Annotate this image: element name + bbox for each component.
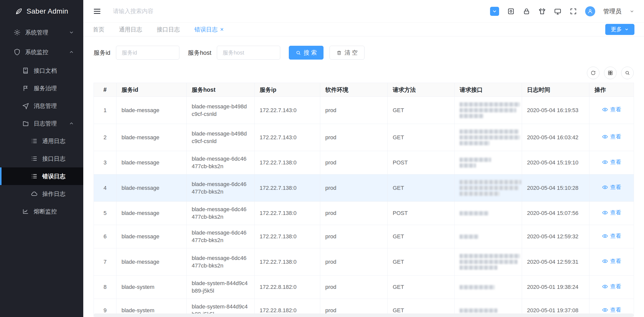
table-cell: 3 <box>94 151 116 174</box>
table-row[interactable]: 4blade-messageblade-message-6dc46477cb-b… <box>94 174 634 202</box>
table-row[interactable]: 6blade-messageblade-message-6dc46477cb-b… <box>94 225 634 248</box>
sidebar-item-3[interactable]: 接口文档 <box>0 62 83 79</box>
refresh-button[interactable] <box>587 67 599 79</box>
sidebar-item-2[interactable]: 系统监控 <box>0 42 83 62</box>
sidebar-item-11[interactable]: 熔断监控 <box>0 203 83 220</box>
table-cell: prod <box>320 248 388 276</box>
view-link[interactable]: 查看 <box>602 106 621 113</box>
view-link-label: 查看 <box>610 106 621 113</box>
app-logo[interactable]: Saber Admin <box>0 0 83 23</box>
list-icon <box>31 173 38 180</box>
clear-button-label: 清 空 <box>344 49 357 57</box>
sidebar: Saber Admin 系统管理系统监控接口文档服务治理消息管理日志管理通用日志… <box>0 0 83 317</box>
table-cell: blade-message-6dc46477cb-bks2n <box>187 202 255 225</box>
column-header: 操作 <box>589 83 634 97</box>
tab-4[interactable]: 错误日志× <box>194 26 224 33</box>
column-header: 请求方法 <box>388 83 455 97</box>
column-header: 服务host <box>187 83 255 97</box>
tab-3[interactable]: 接口日志 <box>157 26 180 33</box>
table-cell: 4 <box>94 174 116 202</box>
table-cell: 2020-05-04 12:59:32 <box>522 225 589 248</box>
app-title: Saber Admin <box>27 7 68 15</box>
avatar[interactable] <box>585 6 595 16</box>
tab-1[interactable]: 首页 <box>93 26 104 33</box>
table-cell: blade-message <box>116 202 187 225</box>
topbar-actions: 管理员 <box>490 6 634 16</box>
table-cell: 172.22.7.138:0 <box>255 174 320 202</box>
sidebar-item-label: 操作日志 <box>42 190 65 198</box>
tab-label: 错误日志 <box>194 26 218 33</box>
table-row[interactable]: 2blade-messageblade-message-b498dc9cf-cs… <box>94 124 634 151</box>
table-cell: blade-message-6dc46477cb-bks2n <box>187 151 255 174</box>
sidebar-item-5[interactable]: 消息管理 <box>0 97 83 115</box>
view-link[interactable]: 查看 <box>602 257 621 265</box>
redacted-content <box>460 192 500 196</box>
lock-icon[interactable] <box>523 8 530 15</box>
table-row[interactable]: 1blade-messageblade-message-b498dc9cf-cs… <box>94 97 634 124</box>
dropdown-badge-icon[interactable] <box>490 7 499 16</box>
sidebar-item-8[interactable]: 接口日志 <box>0 150 83 167</box>
search-toggle-button[interactable] <box>621 67 634 79</box>
view-link[interactable]: 查看 <box>602 158 621 166</box>
view-link[interactable]: 查看 <box>602 283 621 290</box>
table-cell: GET <box>388 276 455 299</box>
monitor-icon[interactable] <box>554 8 561 15</box>
service-host-input[interactable] <box>217 46 280 60</box>
service-id-input[interactable] <box>116 46 179 60</box>
more-button[interactable]: 更多 <box>605 24 634 35</box>
topbar: 管理员 <box>83 0 644 23</box>
sidebar-item-1[interactable]: 系统管理 <box>0 23 83 42</box>
view-link[interactable]: 查看 <box>602 306 621 314</box>
table-cell: 172.22.7.138:0 <box>255 248 320 276</box>
sidebar-item-9[interactable]: 错误日志 <box>0 167 83 185</box>
sidebar-item-7[interactable]: 通用日志 <box>0 132 83 150</box>
view-link[interactable]: 查看 <box>602 184 621 191</box>
sidebar-item-6[interactable]: 日志管理 <box>0 115 83 132</box>
fullscreen-icon[interactable] <box>570 8 577 15</box>
table-cell: 2 <box>94 124 116 151</box>
table-row[interactable]: 8blade-systemblade-system-844d9c4b89-j5k… <box>94 276 634 299</box>
refresh-icon <box>590 70 596 76</box>
sidebar-menu: 系统管理系统监控接口文档服务治理消息管理日志管理通用日志接口日志错误日志操作日志… <box>0 23 83 220</box>
redacted-content <box>460 114 484 118</box>
redacted-content <box>460 260 517 264</box>
sidebar-item-label: 接口日志 <box>42 155 65 163</box>
table-toolbar <box>94 67 634 79</box>
search-button[interactable]: 搜 索 <box>289 46 324 60</box>
search-input[interactable] <box>113 8 224 15</box>
table-row[interactable]: 5blade-messageblade-message-6dc46477cb-b… <box>94 202 634 225</box>
view-link[interactable]: 查看 <box>602 232 621 240</box>
sidebar-item-4[interactable]: 服务治理 <box>0 79 83 97</box>
redacted-content <box>460 235 478 239</box>
view-link-label: 查看 <box>610 257 621 265</box>
tab-close-icon[interactable]: × <box>220 26 224 32</box>
search-button-label: 搜 索 <box>304 49 317 57</box>
horizontal-scrollbar[interactable] <box>94 313 634 317</box>
view-link[interactable]: 查看 <box>602 133 621 141</box>
redacted-content <box>460 141 490 145</box>
actions-cell: 查看 <box>589 225 634 248</box>
sidebar-item-label: 熔断监控 <box>34 208 57 215</box>
sidebar-item-10[interactable]: 操作日志 <box>0 185 83 203</box>
tab-2[interactable]: 通用日志 <box>119 26 142 33</box>
screenshot-icon[interactable] <box>507 8 515 15</box>
view-link[interactable]: 查看 <box>602 209 621 216</box>
column-settings-button[interactable] <box>604 67 617 79</box>
table-cell: blade-message <box>116 174 187 202</box>
view-link-label: 查看 <box>610 133 621 141</box>
user-name[interactable]: 管理员 <box>603 7 621 15</box>
table-cell: 5 <box>94 202 116 225</box>
table-cell: prod <box>320 174 388 202</box>
table-cell: 6 <box>94 225 116 248</box>
table-cell: 2020-05-04 16:19:53 <box>522 97 589 124</box>
hamburger-menu-icon[interactable] <box>93 7 101 16</box>
chevron-down-icon[interactable] <box>629 9 634 14</box>
theme-icon[interactable] <box>538 8 546 15</box>
actions-cell: 查看 <box>589 151 634 174</box>
redacted-content <box>460 180 521 184</box>
clear-button[interactable]: 清 空 <box>330 46 364 60</box>
sidebar-item-label: 错误日志 <box>42 172 65 180</box>
table-row[interactable]: 3blade-messageblade-message-6dc46477cb-b… <box>94 151 634 174</box>
table-row[interactable]: 7blade-messageblade-message-6dc46477cb-b… <box>94 248 634 276</box>
table-cell: POST <box>388 151 455 174</box>
